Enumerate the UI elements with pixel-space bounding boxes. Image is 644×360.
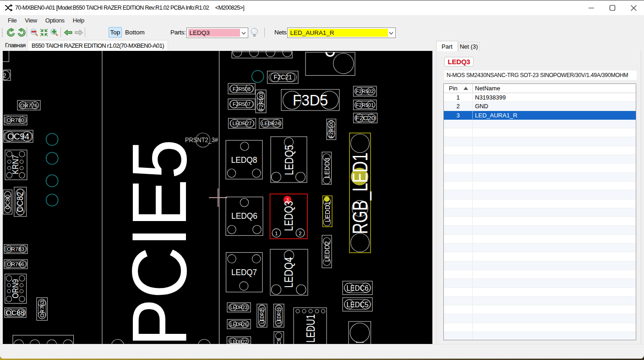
table-row[interactable] xyxy=(444,305,636,314)
cell-pin[interactable] xyxy=(444,182,473,190)
pcb-component-OR766[interactable]: OR766 xyxy=(4,260,27,269)
table-row[interactable] xyxy=(444,226,636,234)
pcb-component-F2R508[interactable]: F2R508 xyxy=(228,83,255,94)
cell-netname[interactable] xyxy=(473,288,636,296)
pcb-component-F2R502[interactable]: F2R502 xyxy=(354,86,377,96)
column-header-pin[interactable]: Pin xyxy=(444,84,473,93)
cell-netname[interactable] xyxy=(473,173,636,181)
zoom-in-icon[interactable] xyxy=(50,28,59,37)
cell-netname[interactable] xyxy=(473,244,636,252)
pcb-component-LEDR23[interactable]: LEDR23 xyxy=(227,303,251,312)
cell-netname[interactable] xyxy=(473,226,636,234)
rotate-cw-icon[interactable] xyxy=(17,28,26,37)
cell-netname[interactable] xyxy=(473,120,636,128)
menu-help[interactable]: Help xyxy=(69,16,88,26)
cell-netname[interactable]: GND xyxy=(473,102,636,110)
pcb-component-LEDU1[interactable]: LEDU1 xyxy=(294,308,327,344)
pcb-component-C9[interactable]: C9 xyxy=(274,332,284,344)
cell-pin[interactable]: 3 xyxy=(444,111,473,119)
cell-pin[interactable] xyxy=(444,164,473,172)
pcb-component-KRN7[interactable]: KRN7 xyxy=(5,150,27,180)
table-row[interactable] xyxy=(444,279,636,288)
cell-pin[interactable] xyxy=(444,270,473,278)
pcb-component-LEDC5[interactable]: LEDC5 xyxy=(343,298,372,311)
table-row[interactable] xyxy=(444,137,636,146)
table-row[interactable] xyxy=(444,261,636,270)
table-row[interactable]: 1N31938399 xyxy=(444,93,636,102)
pcb-component-LEDQ7[interactable]: LEDQ7 xyxy=(226,253,263,292)
cell-pin[interactable] xyxy=(444,235,473,243)
cell-netname[interactable] xyxy=(473,305,636,314)
table-row[interactable]: 3LED_AURA1_R xyxy=(444,111,636,120)
pin-net-table[interactable]: PinNetName1N319383992GND3LED_AURA1_R xyxy=(443,83,636,340)
pcb-component-clipped-corner[interactable] xyxy=(3,51,9,62)
pcb-component-F3D5[interactable]: F3D5 xyxy=(281,89,339,111)
cell-pin[interactable] xyxy=(444,305,473,314)
pcb-component-LEDR27[interactable]: LEDR27 xyxy=(229,118,256,128)
table-row[interactable] xyxy=(444,217,636,226)
cell-pin[interactable] xyxy=(444,297,473,305)
pcb-component-F2C21[interactable]: F2C21 xyxy=(267,71,299,83)
cell-pin[interactable] xyxy=(444,323,473,332)
cell-pin[interactable] xyxy=(444,288,473,296)
cell-netname[interactable] xyxy=(473,182,636,190)
cell-netname[interactable] xyxy=(473,146,636,155)
table-row[interactable] xyxy=(444,164,636,172)
table-row[interactable]: 2GND xyxy=(444,102,636,111)
pcb-component-LEDQ6[interactable]: LEDQ6 xyxy=(226,197,263,236)
cell-pin[interactable] xyxy=(444,279,473,287)
table-row[interactable] xyxy=(444,199,636,208)
lightbulb-icon[interactable] xyxy=(251,28,258,38)
cell-pin[interactable] xyxy=(444,120,473,128)
pcb-component-OC80[interactable]: OC80 xyxy=(3,190,12,214)
table-row[interactable] xyxy=(444,332,636,340)
cell-pin[interactable] xyxy=(444,314,473,322)
cell-pin[interactable] xyxy=(444,332,473,340)
pcb-component-pin2-box[interactable]: 2 xyxy=(3,70,11,81)
pcb-component-top-pad-row[interactable] xyxy=(232,51,292,58)
cell-netname[interactable] xyxy=(473,199,636,208)
cell-pin[interactable] xyxy=(444,244,473,252)
table-row[interactable] xyxy=(444,244,636,252)
cell-netname[interactable] xyxy=(473,217,636,225)
bottom-side-button[interactable]: Bottom xyxy=(124,27,146,38)
table-row[interactable] xyxy=(444,120,636,128)
cell-netname[interactable] xyxy=(473,235,636,243)
pcb-component-OC88[interactable]: OC88 xyxy=(5,308,26,318)
pcb-component-LEDR22[interactable]: LEDR22 xyxy=(227,337,251,344)
close-button[interactable] xyxy=(623,0,644,15)
cell-pin[interactable] xyxy=(444,146,473,155)
nets-combobox-value[interactable]: LED_AURA1_R xyxy=(289,29,388,37)
pcb-component-LEDQ8[interactable]: LEDQ8 xyxy=(226,140,262,179)
rotate-ccw-icon[interactable] xyxy=(6,28,16,37)
pcb-component-OC94[interactable]: OC94 xyxy=(4,130,33,143)
cell-pin[interactable] xyxy=(444,252,473,260)
table-row[interactable] xyxy=(444,252,636,261)
cell-netname[interactable] xyxy=(473,208,636,216)
cell-netname[interactable] xyxy=(473,279,636,287)
pcb-component-bottom-right-block[interactable] xyxy=(349,321,371,344)
cell-pin[interactable] xyxy=(444,190,473,199)
pcb-component-LEDC6[interactable]: LEDC6 xyxy=(343,281,372,295)
pcb-component-LEDD2[interactable]: LEDD2 xyxy=(322,235,332,268)
chevron-down-icon[interactable] xyxy=(389,32,393,35)
table-row[interactable] xyxy=(444,208,636,217)
table-row[interactable] xyxy=(444,173,636,182)
back-arrow-icon[interactable] xyxy=(64,28,73,37)
pcb-component-OR776[interactable]: OR776 xyxy=(17,100,40,110)
cell-netname[interactable] xyxy=(473,128,636,137)
cell-netname[interactable] xyxy=(473,261,636,270)
forward-arrow-icon[interactable] xyxy=(74,28,83,37)
table-row[interactable] xyxy=(444,155,636,164)
cell-pin[interactable] xyxy=(444,261,473,270)
cell-pin[interactable] xyxy=(444,226,473,234)
table-row[interactable] xyxy=(444,190,636,199)
cell-pin[interactable] xyxy=(444,137,473,145)
zoom-out-icon[interactable] xyxy=(30,28,39,37)
cell-netname[interactable] xyxy=(473,252,636,260)
pcb-component-ORN9[interactable]: ORN9 xyxy=(5,274,27,304)
pcb-component-OR783[interactable]: OR783 xyxy=(4,244,27,254)
nets-combobox[interactable]: LED_AURA1_R xyxy=(287,28,396,38)
cell-pin[interactable]: 2 xyxy=(444,102,473,110)
pcb-component-LEDR24[interactable]: LEDR24 xyxy=(259,118,283,128)
